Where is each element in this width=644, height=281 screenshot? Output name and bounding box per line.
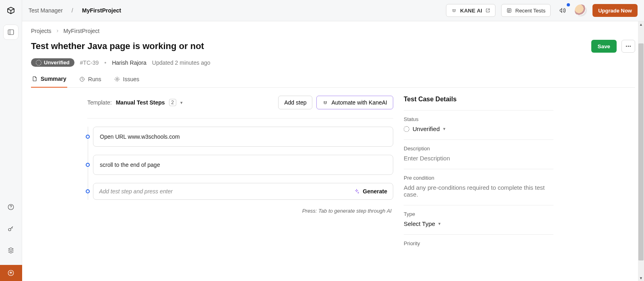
more-actions-button[interactable] bbox=[621, 40, 635, 53]
step-bullet-icon bbox=[86, 135, 90, 139]
status-badge-label: Unverified bbox=[44, 59, 70, 66]
breadcrumb-root[interactable]: Test Manager bbox=[29, 7, 63, 14]
chevron-down-icon: ▾ bbox=[438, 221, 441, 226]
field-type: Type Select Type ▾ bbox=[404, 205, 553, 234]
details-column: Test Case Details Status Unverified ▾ De… bbox=[404, 96, 557, 281]
kane-ai-label: KANE AI bbox=[460, 8, 482, 14]
breadcrumb-current[interactable]: MyFirstProject bbox=[82, 7, 121, 14]
type-dropdown[interactable]: Select Type ▾ bbox=[404, 220, 553, 227]
meta-row: Unverified #TC-39 • Harish Rajora Update… bbox=[31, 58, 635, 67]
tabs: Summary Runs Issues bbox=[31, 72, 635, 88]
tab-issues[interactable]: Issues bbox=[114, 72, 140, 87]
step-text: scroll to the end of page bbox=[93, 155, 393, 175]
svg-point-12 bbox=[324, 102, 325, 103]
add-step-button[interactable]: Add step bbox=[278, 96, 312, 109]
main-area: Test Manager / MyFirstProject KANE AI Re… bbox=[22, 0, 644, 281]
svg-point-5 bbox=[454, 10, 455, 10]
recent-tests-label: Recent Tests bbox=[515, 8, 545, 14]
tab-runs[interactable]: Runs bbox=[78, 72, 102, 87]
page-title: Test whether Java page is working or not bbox=[31, 41, 586, 51]
recent-tests-button[interactable]: Recent Tests bbox=[501, 4, 551, 17]
updated-time: Updated 2 minutes ago bbox=[152, 59, 211, 66]
tc-id: #TC-39 bbox=[80, 59, 99, 66]
svg-point-11 bbox=[116, 78, 118, 80]
type-value: Select Type bbox=[404, 220, 435, 227]
scroll-up-icon[interactable]: ▲ bbox=[638, 21, 644, 27]
rail-panel-button[interactable] bbox=[4, 25, 18, 39]
breadcrumb2-root[interactable]: Projects bbox=[31, 28, 52, 34]
field-priority: Priority bbox=[404, 234, 553, 257]
step-row[interactable]: scroll to the end of page bbox=[93, 155, 393, 175]
generate-button-label: Generate bbox=[363, 188, 387, 195]
status-value: Unverified bbox=[413, 125, 440, 132]
tab-issues-label: Issues bbox=[123, 76, 139, 82]
topbar: Test Manager / MyFirstProject KANE AI Re… bbox=[22, 0, 644, 21]
breadcrumb-secondary: Projects MyFirstProject bbox=[31, 28, 635, 34]
new-step-input[interactable] bbox=[99, 188, 354, 195]
ai-tip: Press: Tab to generate step through AI bbox=[87, 208, 392, 214]
field-precondition-label: Pre condition bbox=[404, 175, 553, 181]
left-rail bbox=[0, 0, 22, 281]
scrollbar-thumb[interactable] bbox=[638, 43, 644, 260]
svg-rect-0 bbox=[8, 30, 14, 35]
steps-column: Template: Manual Test Steps 2 ▾ Add step… bbox=[87, 96, 393, 281]
field-status: Status Unverified ▾ bbox=[404, 110, 553, 139]
breadcrumb-sep: / bbox=[72, 7, 73, 14]
announcements-button[interactable] bbox=[556, 4, 569, 17]
tab-runs-label: Runs bbox=[88, 76, 101, 82]
save-button[interactable]: Save bbox=[591, 40, 617, 53]
rail-upload-button[interactable] bbox=[0, 265, 22, 281]
chevron-right-icon bbox=[56, 29, 60, 33]
automate-button-label: Automate with KaneAI bbox=[331, 99, 387, 106]
step-new-row: Generate bbox=[93, 183, 393, 200]
user-avatar[interactable] bbox=[575, 4, 587, 16]
step-text: Open URL www.w3schools.com bbox=[93, 127, 393, 147]
field-precondition: Pre condition Add any pre-conditions req… bbox=[404, 169, 553, 205]
description-input[interactable]: Enter Description bbox=[404, 155, 553, 162]
content-panel: Projects MyFirstProject Test whether Jav… bbox=[22, 21, 644, 281]
svg-point-8 bbox=[628, 46, 628, 46]
details-title: Test Case Details bbox=[404, 96, 553, 103]
status-dashed-icon bbox=[36, 60, 41, 66]
svg-point-9 bbox=[630, 46, 630, 46]
breadcrumb2-current[interactable]: MyFirstProject bbox=[64, 28, 99, 34]
field-description-label: Description bbox=[404, 146, 553, 152]
upgrade-button[interactable]: Upgrade Now bbox=[592, 4, 638, 17]
svg-point-13 bbox=[326, 102, 327, 103]
rail-key-icon[interactable] bbox=[4, 222, 18, 236]
tab-summary-label: Summary bbox=[41, 76, 66, 82]
meta-dot: • bbox=[104, 59, 106, 66]
field-status-label: Status bbox=[404, 116, 553, 122]
field-type-label: Type bbox=[404, 211, 553, 217]
template-label: Template: bbox=[87, 99, 112, 106]
svg-point-7 bbox=[626, 46, 627, 46]
field-description: Description Enter Description bbox=[404, 139, 553, 169]
status-dashed-icon bbox=[404, 126, 409, 132]
step-bullet-icon bbox=[86, 189, 90, 193]
template-count: 2 bbox=[169, 99, 176, 106]
tab-summary[interactable]: Summary bbox=[31, 72, 67, 88]
scroll-down-icon[interactable]: ▼ bbox=[638, 275, 644, 281]
status-dropdown[interactable]: Unverified ▾ bbox=[404, 125, 553, 132]
template-value: Manual Test Steps bbox=[116, 99, 165, 106]
status-badge: Unverified bbox=[31, 58, 74, 67]
vertical-scrollbar[interactable]: ▲ ▼ bbox=[638, 21, 644, 281]
svg-point-4 bbox=[453, 10, 454, 10]
field-priority-label: Priority bbox=[404, 240, 553, 246]
precondition-input[interactable]: Add any pre-conditions required to compl… bbox=[404, 184, 553, 198]
step-row[interactable]: Open URL www.w3schools.com bbox=[93, 127, 393, 147]
chevron-down-icon: ▾ bbox=[443, 126, 446, 131]
kane-ai-button[interactable]: KANE AI bbox=[446, 4, 495, 17]
generate-button[interactable]: Generate bbox=[354, 188, 387, 195]
notification-dot-icon bbox=[566, 2, 571, 7]
template-dropdown-icon[interactable]: ▾ bbox=[180, 100, 183, 105]
rail-help-icon[interactable] bbox=[4, 200, 18, 214]
step-bullet-icon bbox=[86, 163, 90, 167]
rail-stack-icon[interactable] bbox=[4, 243, 18, 258]
author-name: Harish Rajora bbox=[112, 59, 147, 66]
app-logo-icon bbox=[6, 6, 16, 15]
automate-button[interactable]: Automate with KaneAI bbox=[316, 96, 393, 109]
